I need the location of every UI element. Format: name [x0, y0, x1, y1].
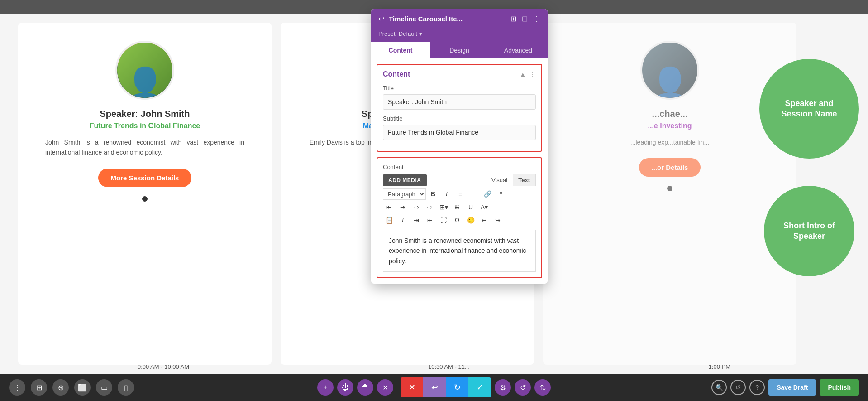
- editor-toolbar-row3: ⇤ ⇥ ⇨ ⇨ ⊞▾ S U A▾: [383, 201, 536, 213]
- clear-formatting-btn[interactable]: I: [396, 214, 409, 226]
- time-emily: 10:30 AM - 11...: [428, 363, 470, 370]
- section-more-icon[interactable]: ⋮: [529, 71, 536, 78]
- action-undo-button[interactable]: ↩: [423, 377, 446, 397]
- font-color-btn[interactable]: A▾: [478, 201, 491, 213]
- mobile-button[interactable]: ▯: [118, 379, 134, 396]
- align-justify-btn[interactable]: ⇨: [424, 201, 436, 213]
- popup-title: Timeline Carousel Ite...: [389, 15, 463, 23]
- history-button[interactable]: ↺: [515, 379, 531, 396]
- table-btn[interactable]: ⊞▾: [437, 201, 450, 213]
- power-button[interactable]: ⏻: [337, 379, 353, 396]
- search-button[interactable]: ⊕: [52, 379, 69, 396]
- visual-button[interactable]: Visual: [486, 174, 513, 186]
- speaker-bio-michael: ...leading exp...tainable fin...: [630, 137, 709, 147]
- popup-header-left: ↩ Timeline Carousel Ite...: [378, 14, 463, 23]
- editor-toolbar-row4: 📋 I ⇥ ⇤ ⛶ Ω 🙂 ↩ ↪: [383, 214, 536, 226]
- speech-bubble-1-text: Speaker and Session Name: [759, 85, 859, 133]
- text-button[interactable]: Text: [513, 174, 535, 186]
- indent-btn[interactable]: ⇥: [410, 214, 423, 226]
- title-label: Title: [383, 85, 536, 92]
- editor-section: Content ADD MEDIA Visual Text Paragraph …: [377, 157, 542, 278]
- save-draft-button[interactable]: Save Draft: [768, 379, 816, 396]
- action-confirm-button[interactable]: ✓: [468, 377, 491, 397]
- action-redo-button[interactable]: ↻: [446, 377, 468, 397]
- subtitle-input[interactable]: [383, 125, 536, 140]
- editor-content[interactable]: John Smith is a renowned economist with …: [383, 230, 536, 272]
- publish-button[interactable]: Publish: [820, 379, 859, 396]
- speaker-subtitle-michael: ...e Investing: [648, 122, 692, 130]
- desktop-button[interactable]: ⬜: [74, 379, 91, 396]
- help-button[interactable]: ?: [749, 380, 765, 395]
- content-fields-section: Content ▲ ⋮ Title Subtitle: [377, 64, 542, 152]
- time-john: 9:00 AM - 10:00 AM: [138, 363, 189, 370]
- speaker-name-john: Speaker: John Smith: [100, 109, 190, 119]
- popup-responsive-icon[interactable]: ⊞: [510, 14, 516, 23]
- paragraph-select[interactable]: Paragraph: [383, 188, 426, 200]
- underline-btn[interactable]: U: [464, 201, 477, 213]
- popup-preset[interactable]: Preset: Default ▾: [371, 29, 548, 42]
- grid-button[interactable]: ⊞: [31, 379, 47, 396]
- delete-button[interactable]: 🗑: [357, 379, 373, 396]
- speaker-card-michael: 👤 ...chae... ...e Investing ...leading e…: [543, 23, 796, 365]
- layout-button[interactable]: ⇅: [534, 379, 551, 396]
- time-michael: 1:00 PM: [709, 363, 730, 370]
- italic-btn[interactable]: I: [440, 188, 453, 200]
- subtitle-label: Subtitle: [383, 115, 536, 122]
- editor-toolbar-row2: Paragraph B I ≡ ≣ 🔗 ❝: [383, 188, 536, 200]
- quote-btn[interactable]: ❝: [495, 188, 507, 200]
- visual-text-toggle: Visual Text: [486, 174, 536, 186]
- strikethrough-btn[interactable]: S: [451, 201, 463, 213]
- align-center-btn[interactable]: ⇥: [396, 201, 409, 213]
- collapse-icon[interactable]: ▲: [520, 71, 526, 78]
- right-bottom-icons: 🔍 ↺ ?: [711, 380, 765, 395]
- zoom-button[interactable]: 🔍: [711, 380, 727, 395]
- speaker-card-john: 👤 Speaker: John Smith Future Trends in G…: [18, 23, 272, 365]
- tab-design[interactable]: Design: [430, 42, 489, 58]
- action-cancel-button[interactable]: ✕: [401, 377, 423, 397]
- popup-panel: ↩ Timeline Carousel Ite... ⊞ ⊟ ⋮ Preset:…: [371, 9, 548, 284]
- paste-btn[interactable]: 📋: [383, 214, 396, 226]
- ol-btn[interactable]: ≣: [467, 188, 480, 200]
- popup-header-icons: ⊞ ⊟ ⋮: [510, 14, 540, 23]
- emoji-btn[interactable]: 🙂: [464, 214, 477, 226]
- bold-btn[interactable]: B: [427, 188, 439, 200]
- add-button[interactable]: +: [317, 379, 334, 396]
- bottom-toolbar: ⋮ ⊞ ⊕ ⬜ ▭ ▯ + ⏻ 🗑 ✕ ✕ ↩ ↻ ✓ ⚙ ↺ ⇅ 🔍 ↺ ? …: [0, 374, 868, 401]
- speech-bubble-short-intro: Short Intro of Speaker: [764, 186, 854, 276]
- popup-more-icon[interactable]: ⋮: [533, 14, 540, 23]
- dot-john: [142, 196, 148, 202]
- settings-button[interactable]: ⚙: [495, 379, 511, 396]
- link-btn[interactable]: 🔗: [481, 188, 494, 200]
- outdent-btn[interactable]: ⇤: [424, 214, 436, 226]
- speaker-subtitle-john: Future Trends in Global Finance: [90, 122, 200, 130]
- times-row: 9:00 AM - 10:00 AM 10:30 AM - 11... 1:00…: [0, 363, 868, 370]
- editor-text: John Smith is a renowned economist with …: [389, 237, 526, 265]
- toolbar-center: + ⏻ 🗑 ✕ ✕ ↩ ↻ ✓ ⚙ ↺ ⇅: [317, 377, 551, 397]
- ul-btn[interactable]: ≡: [454, 188, 467, 200]
- avatar-michael: 👤: [640, 41, 699, 100]
- title-input[interactable]: [383, 94, 536, 110]
- section-header: Content ▲ ⋮: [383, 70, 536, 78]
- omega-btn[interactable]: Ω: [451, 214, 463, 226]
- tab-content[interactable]: Content: [371, 42, 430, 58]
- action-row: ✕ ↩ ↻ ✓: [401, 377, 491, 397]
- refresh-button[interactable]: ↺: [730, 380, 746, 395]
- popup-split-icon[interactable]: ⊟: [522, 14, 528, 23]
- toolbar-right: 🔍 ↺ ? Save Draft Publish: [711, 379, 859, 396]
- editor-label: Content: [383, 164, 536, 170]
- fullscreen-btn[interactable]: ⛶: [437, 214, 450, 226]
- popup-back-icon[interactable]: ↩: [378, 14, 384, 23]
- tablet-button[interactable]: ▭: [96, 379, 112, 396]
- tab-advanced[interactable]: Advanced: [489, 42, 548, 58]
- popup-tabs: Content Design Advanced: [371, 42, 548, 58]
- speech-bubble-speaker-session: Speaker and Session Name: [759, 59, 859, 159]
- redo-btn[interactable]: ↪: [491, 214, 504, 226]
- session-btn-john[interactable]: More Session Details: [98, 169, 192, 187]
- align-left-btn[interactable]: ⇤: [383, 201, 396, 213]
- session-btn-michael[interactable]: ...or Details: [639, 158, 701, 177]
- menu-button[interactable]: ⋮: [9, 379, 25, 396]
- undo-btn[interactable]: ↩: [478, 214, 491, 226]
- add-media-button[interactable]: ADD MEDIA: [383, 174, 427, 186]
- close-button[interactable]: ✕: [377, 379, 393, 396]
- align-right-btn[interactable]: ⇨: [410, 201, 423, 213]
